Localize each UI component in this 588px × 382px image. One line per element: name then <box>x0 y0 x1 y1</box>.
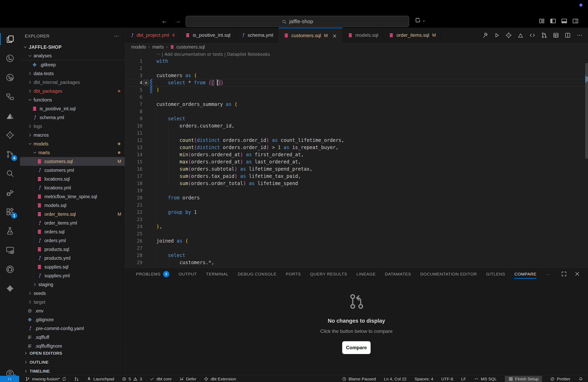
git-compare-button[interactable] <box>541 32 547 38</box>
status-finish-setup[interactable]: Finish Setup <box>505 376 542 382</box>
code-editor[interactable]: 1with23customers as (4+ select * from {{… <box>125 57 585 268</box>
code-line-27[interactable]: 27 <box>125 245 585 252</box>
editor-tab-order-items-sql[interactable]: order_items.sqlM <box>384 28 441 43</box>
code-line-9[interactable]: 9 select <box>125 115 585 122</box>
tree-file--pre-commit-config-yaml[interactable]: !.pre-commit-config.yaml <box>20 324 125 333</box>
run-query-button[interactable] <box>494 32 500 38</box>
code-line-29[interactable]: 29 customers.*, <box>125 259 585 266</box>
status-language-mode[interactable]: MS SQL <box>474 376 497 382</box>
code-line-17[interactable]: 17 sum(orders.tax_paid) as lifetime_tax_… <box>125 173 585 180</box>
tree-file-is-positive-int-sql[interactable]: is_positive_int.sql <box>20 104 125 113</box>
editor-tab-schema-yml[interactable]: !schema.yml <box>236 28 279 43</box>
navigate-forward-button[interactable]: → <box>174 17 181 25</box>
status-notifications[interactable] <box>578 376 583 382</box>
close-icon[interactable] <box>332 33 337 38</box>
code-line-15[interactable]: 15 max(orders.ordered_at) as last_ordere… <box>125 158 585 165</box>
status-dbt-core[interactable]: dbt core <box>150 376 172 382</box>
breadcrumb-item[interactable]: models <box>131 44 146 50</box>
activity-extensions[interactable]: 1 <box>0 202 20 221</box>
tree-file-customers-sql[interactable]: customers.sqlM <box>20 157 125 166</box>
tree-folder-marts[interactable]: marts <box>20 148 125 157</box>
code-line-23[interactable]: 23 <box>125 216 585 223</box>
panel-tab-ports[interactable]: PORTS <box>286 268 301 280</box>
status-prettier[interactable]: Prettier <box>550 376 570 382</box>
editor-scrollbar[interactable] <box>585 43 588 268</box>
code-line-19[interactable]: 19 <box>125 187 585 194</box>
code-line-5[interactable]: 5) <box>125 86 585 94</box>
code-line-22[interactable]: 22 group by 1 <box>125 209 585 216</box>
status-remote[interactable] <box>0 376 19 382</box>
code-line-21[interactable]: 21 <box>125 201 585 209</box>
code-line-25[interactable]: 25 <box>125 230 585 237</box>
tree-folder-analyses[interactable]: analyses <box>20 52 125 60</box>
activity-remote-explorer[interactable] <box>0 241 20 260</box>
activity-source-control[interactable]: 4 <box>0 145 20 164</box>
activity-run-and-debug[interactable] <box>0 183 20 202</box>
activity-datamates[interactable] <box>0 106 20 125</box>
status-defer[interactable]: Defer <box>179 376 196 382</box>
tree-file-metricflow-time-spine-sql[interactable]: metricflow_time_spine.sql <box>20 192 125 201</box>
tree-folder-seeds[interactable]: seeds <box>20 289 125 298</box>
tree-file-locations-yml[interactable]: !locations.yml <box>20 183 125 192</box>
code-line-18[interactable]: 18 sum(orders.order_total) as lifetime_s… <box>125 180 585 187</box>
panel-tab-query-results[interactable]: QUERY RESULTS <box>310 268 347 280</box>
status-cursor-position[interactable]: Ln 4, Col 22 <box>384 376 407 382</box>
breadcrumb-item[interactable]: marts <box>152 44 164 50</box>
status-dbt-extension[interactable]: dbt Extension <box>204 376 236 382</box>
status-gitlens[interactable] <box>74 376 79 382</box>
panel-tab-terminal[interactable]: TERMINAL <box>206 268 229 280</box>
tree-file-supplies-yml[interactable]: !supplies.yml <box>20 271 125 280</box>
tree-folder-logs[interactable]: logs <box>20 122 125 131</box>
code-line-7[interactable]: 7customer_orders_summary as ( <box>125 101 585 108</box>
status-branch[interactable]: mwong-fusion* <box>25 376 67 382</box>
code-line-14[interactable]: 14 min(orders.ordered_at) as first_order… <box>125 151 585 158</box>
tree-folder-dbt-internal-packages[interactable]: dbt_internal_packages <box>20 78 125 87</box>
tree-folder-target[interactable]: target <box>20 298 125 306</box>
navigate-back-button[interactable]: ← <box>161 17 168 25</box>
activity-github[interactable] <box>0 260 20 279</box>
status-blame[interactable]: Blame Paused <box>342 376 376 382</box>
share-button[interactable]: ⌄ <box>414 17 426 24</box>
code-line-26[interactable]: 26joined as ( <box>125 237 585 245</box>
panel-tab-documentation-editor[interactable]: DOCUMENTATION EDITOR <box>420 268 477 280</box>
tree-folder-models[interactable]: models <box>20 139 125 148</box>
split-editor-button[interactable] <box>564 32 571 38</box>
sidebar-section-outline[interactable]: OUTLINE <box>20 358 125 367</box>
editor-tab-is-positive-int-sql[interactable]: is_positive_int.sql <box>180 28 236 43</box>
code-line-12[interactable]: 12 count(distinct orders.order_id) as co… <box>125 137 585 144</box>
editor-tab-customers-sql[interactable]: customers.sqlM <box>279 28 342 43</box>
tree-file-order-items-sql[interactable]: order_items.sqlM <box>20 210 125 219</box>
sidebar-section-timeline[interactable]: TIMELINE <box>20 367 125 376</box>
code-line-16[interactable]: 16 sum(orders.subtotal) as lifetime_spen… <box>125 165 585 173</box>
activity-lineage-preview[interactable] <box>0 68 20 87</box>
editor-tab-dbt-project-yml[interactable]: !dbt_project.yml4 <box>125 28 180 43</box>
tree-folder-jaffle-shop[interactable]: JAFFLE-SHOP <box>20 43 125 52</box>
tree-file-products-yml[interactable]: !products.yml <box>20 254 125 263</box>
code-line-3[interactable]: 3customers as ( <box>125 72 585 79</box>
customize-layout-button[interactable] <box>538 18 545 24</box>
status-indentation[interactable]: Spaces: 4 <box>415 376 433 382</box>
status-launchpad[interactable]: Launchpad <box>87 376 114 382</box>
tree-file--env[interactable]: .env <box>20 306 125 315</box>
code-line-1[interactable]: 1with <box>125 57 585 65</box>
tree-file-orders-yml[interactable]: !orders.yml <box>20 236 125 245</box>
panel-tab-debug-console[interactable]: DEBUG CONSOLE <box>238 268 277 280</box>
tree-file-locations-sql[interactable]: locations.sql <box>20 175 125 183</box>
compare-button[interactable]: Compare <box>342 341 371 354</box>
code-line-6[interactable]: 6 <box>125 94 585 101</box>
code-line-11[interactable]: 11 <box>125 130 585 137</box>
editor-tab-models-sql[interactable]: models.sql <box>343 28 384 43</box>
toggle-primary-sidebar-button[interactable] <box>550 18 556 24</box>
activity-dbt-power-user[interactable] <box>0 125 20 145</box>
code-line-24[interactable]: 24), <box>125 223 585 230</box>
tree-file-schema-yml[interactable]: !schema.yml <box>20 113 125 122</box>
code-line-4[interactable]: 4+ select * from {{ }} <box>125 79 585 86</box>
panel-tab-problems[interactable]: PROBLEMS8 <box>136 268 169 280</box>
tree-file-customers-yml[interactable]: !customers.yml <box>20 166 125 175</box>
status-problems[interactable]: 53 <box>122 376 142 382</box>
breadcrumb-item[interactable]: customers.sql <box>176 44 205 50</box>
code-line-28[interactable]: 28 select <box>125 252 585 259</box>
tree-folder-functions[interactable]: functions <box>20 96 125 104</box>
status-eol[interactable]: LF <box>461 376 466 382</box>
tree-file--gitignore[interactable]: .gitignore <box>20 315 125 324</box>
